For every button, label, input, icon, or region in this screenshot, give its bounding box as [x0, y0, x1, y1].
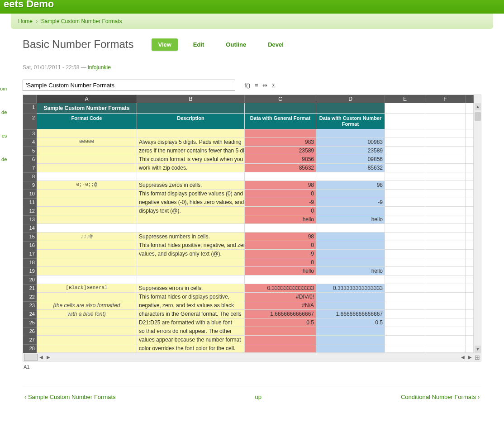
cell-F23[interactable]: [425, 301, 466, 310]
cell-B14[interactable]: [137, 224, 245, 233]
cell-E18[interactable]: [385, 258, 425, 267]
cell-B8[interactable]: [137, 172, 245, 181]
cell-E4[interactable]: [385, 138, 425, 147]
cell-B7[interactable]: work with zip codes.: [137, 164, 245, 172]
row-header-3[interactable]: 3: [23, 129, 37, 138]
cell-A20[interactable]: [37, 276, 137, 284]
row-header-27[interactable]: 27: [23, 336, 37, 344]
cell-B10[interactable]: This format displays positive values (0)…: [137, 190, 245, 198]
cell-D25[interactable]: 0.5: [316, 318, 385, 327]
tab-view[interactable]: View: [152, 38, 177, 51]
cell-D16[interactable]: [316, 241, 385, 250]
cell-F24[interactable]: [425, 310, 466, 318]
cell-C14[interactable]: [245, 224, 316, 233]
cell-C9[interactable]: 98: [245, 181, 316, 190]
pager-next[interactable]: Conditional Number Formats ›: [401, 394, 480, 400]
cell-F19[interactable]: [425, 267, 466, 276]
cell-C11[interactable]: -9: [245, 198, 316, 207]
row-header-11[interactable]: 11: [23, 198, 37, 207]
cell-A17[interactable]: [37, 250, 137, 258]
col-header-B[interactable]: B: [137, 95, 245, 103]
cell-F3[interactable]: [425, 129, 466, 138]
cell-A2[interactable]: Format Code: [37, 114, 137, 129]
row-header-22[interactable]: 22: [23, 293, 37, 301]
cell-E1[interactable]: [385, 103, 425, 114]
cell-A12[interactable]: [37, 207, 137, 215]
cell-D9[interactable]: 98: [316, 181, 385, 190]
sum-icon[interactable]: Σ: [272, 82, 276, 89]
scroll-right-icon[interactable]: ▶: [45, 355, 52, 360]
cell-F14[interactable]: [425, 224, 466, 233]
cell-A21[interactable]: [Black]General: [37, 284, 137, 293]
cell-E2[interactable]: [385, 114, 425, 129]
cell-D13[interactable]: hello: [316, 215, 385, 224]
cell-A7[interactable]: [37, 164, 137, 172]
row-header-10[interactable]: 10: [23, 190, 37, 198]
cell-D27[interactable]: [316, 336, 385, 344]
row-header-1[interactable]: 1: [23, 103, 37, 114]
cell-E22[interactable]: [385, 293, 425, 301]
row-header-17[interactable]: 17: [23, 250, 37, 258]
row-header-25[interactable]: 25: [23, 318, 37, 327]
cell-B19[interactable]: [137, 267, 245, 276]
pager-prev[interactable]: ‹ Sample Custom Number Formats: [24, 394, 116, 400]
cell-B25[interactable]: D21:D25 are formatted with a blue font: [137, 318, 245, 327]
cell-E8[interactable]: [385, 172, 425, 181]
cell-A14[interactable]: [37, 224, 137, 233]
cell-D1[interactable]: [316, 103, 385, 114]
cell-D12[interactable]: [316, 207, 385, 215]
cell-D26[interactable]: [316, 327, 385, 336]
cell-A26[interactable]: [37, 327, 137, 336]
scroll-down-icon[interactable]: ▼: [475, 346, 481, 353]
cell-A4[interactable]: 00000: [37, 138, 137, 147]
cell-E19[interactable]: [385, 267, 425, 276]
row-header-23[interactable]: 23: [23, 301, 37, 310]
cell-E13[interactable]: [385, 215, 425, 224]
align-icon[interactable]: ≡: [255, 82, 258, 89]
row-header-6[interactable]: 6: [23, 155, 37, 164]
cell-C3[interactable]: [245, 129, 316, 138]
row-header-14[interactable]: 14: [23, 224, 37, 233]
cell-E15[interactable]: [385, 233, 425, 241]
cell-D8[interactable]: [316, 172, 385, 181]
cell-D18[interactable]: [316, 258, 385, 267]
cell-D3[interactable]: [316, 129, 385, 138]
breadcrumb-current[interactable]: Sample Custom Number Formats: [41, 18, 122, 24]
cell-E14[interactable]: [385, 224, 425, 233]
scroll-thumb[interactable]: [475, 112, 481, 121]
function-icon[interactable]: f(): [244, 82, 250, 89]
cell-F10[interactable]: [425, 190, 466, 198]
cell-D19[interactable]: hello: [316, 267, 385, 276]
cell-A24[interactable]: with a blue font): [37, 310, 137, 318]
cell-E21[interactable]: [385, 284, 425, 293]
cell-A18[interactable]: [37, 258, 137, 267]
cell-C24[interactable]: 1.6666666666667: [245, 310, 316, 318]
row-header-18[interactable]: 18: [23, 258, 37, 267]
cell-D7[interactable]: 85632: [316, 164, 385, 172]
col-header-C[interactable]: C: [245, 95, 316, 103]
cell-A25[interactable]: [37, 318, 137, 327]
cell-C22[interactable]: #DIV/0!: [245, 293, 316, 301]
cell-D10[interactable]: [316, 190, 385, 198]
cell-E9[interactable]: [385, 181, 425, 190]
cell-F15[interactable]: [425, 233, 466, 241]
cell-A15[interactable]: ;;;@: [37, 233, 137, 241]
cell-B23[interactable]: negative, zero, and text values as black: [137, 301, 245, 310]
cell-A10[interactable]: [37, 190, 137, 198]
cell-D17[interactable]: [316, 250, 385, 258]
cell-E27[interactable]: [385, 336, 425, 344]
cell-C5[interactable]: 23589: [245, 147, 316, 155]
cell-D20[interactable]: [316, 276, 385, 284]
cell-D21[interactable]: 0.333333333333333: [316, 284, 385, 293]
scroll-right2-icon[interactable]: ▶: [466, 355, 474, 360]
cell-F5[interactable]: [425, 147, 466, 155]
cell-E10[interactable]: [385, 190, 425, 198]
cell-F11[interactable]: [425, 198, 466, 207]
resize-grip-icon[interactable]: ⊞: [474, 354, 481, 361]
cell-D5[interactable]: 23589: [316, 147, 385, 155]
cell-B27[interactable]: values appear because the number format: [137, 336, 245, 344]
cell-D24[interactable]: 1.66666666666667: [316, 310, 385, 318]
cell-C4[interactable]: 983: [245, 138, 316, 147]
cell-C18[interactable]: 0: [245, 258, 316, 267]
cell-F18[interactable]: [425, 258, 466, 267]
